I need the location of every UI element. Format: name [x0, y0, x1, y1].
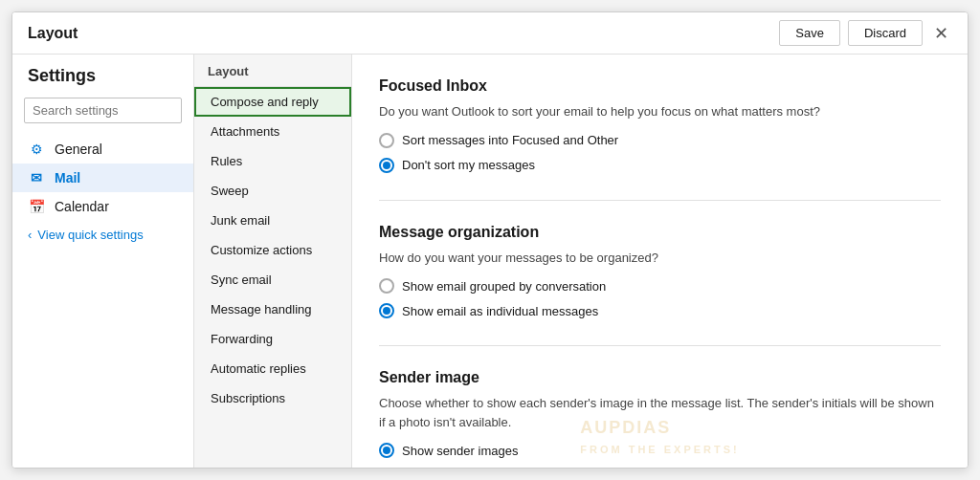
- focused-inbox-desc: Do you want Outlook to sort your email t…: [379, 102, 941, 121]
- section-message-organization: Message organization How do you want you…: [379, 224, 941, 319]
- radio-circle-dont-sort: [379, 158, 394, 173]
- radio-sort-focused[interactable]: Sort messages into Focused and Other: [379, 133, 941, 148]
- radio-label-show-sender: Show sender images: [402, 444, 518, 458]
- radio-circle-show-sender: [379, 443, 394, 458]
- focused-inbox-title: Focused Inbox: [379, 77, 941, 95]
- view-quick-settings-link[interactable]: ‹ View quick settings: [12, 221, 193, 249]
- divider-2: [379, 345, 941, 346]
- mid-nav-item-subscriptions[interactable]: Subscriptions: [194, 383, 351, 413]
- section-focused-inbox: Focused Inbox Do you want Outlook to sor…: [379, 77, 941, 173]
- mid-nav-item-compose-reply[interactable]: Compose and reply: [194, 87, 351, 117]
- window-title: Layout: [28, 25, 78, 42]
- mid-nav-item-sync-email[interactable]: Sync email: [194, 265, 351, 295]
- sender-image-desc: Choose whether to show each sender's ima…: [379, 394, 941, 431]
- sidebar-heading: Settings: [12, 66, 193, 98]
- radio-dont-sort[interactable]: Don't sort my messages: [379, 158, 941, 173]
- message-org-desc: How do you want your messages to be orga…: [379, 249, 941, 268]
- radio-grouped-conversation[interactable]: Show email grouped by conversation: [379, 278, 941, 294]
- sender-image-title: Sender image: [379, 369, 941, 386]
- mid-nav-item-sweep[interactable]: Sweep: [194, 176, 351, 206]
- sidebar-item-label-calendar: Calendar: [55, 199, 109, 214]
- chevron-left-icon: ‹: [28, 228, 32, 242]
- mail-icon: ✉: [28, 170, 45, 185]
- sidebar-item-mail[interactable]: ✉ Mail: [12, 164, 193, 192]
- mid-nav-item-forwarding[interactable]: Forwarding: [194, 324, 351, 354]
- settings-window: Layout Save Discard ✕ Settings ⚙ General…: [11, 11, 969, 469]
- discard-button[interactable]: Discard: [848, 20, 923, 46]
- main-content: Focused Inbox Do you want Outlook to sor…: [352, 55, 968, 468]
- mid-nav-item-automatic-replies[interactable]: Automatic replies: [194, 354, 351, 383]
- message-org-title: Message organization: [379, 224, 941, 241]
- content-area: Settings ⚙ General ✉ Mail 📅 Calendar ‹: [12, 55, 968, 468]
- sidebar-item-label-mail: Mail: [55, 170, 80, 185]
- radio-label-dont-sort: Don't sort my messages: [402, 158, 535, 172]
- radio-circle-individual: [379, 303, 394, 318]
- mid-nav-header: Layout: [194, 55, 351, 87]
- back-label: View quick settings: [37, 228, 143, 242]
- sidebar-item-general[interactable]: ⚙ General: [12, 135, 193, 164]
- sidebar-item-calendar[interactable]: 📅 Calendar: [12, 192, 193, 221]
- mid-nav-item-message-handling[interactable]: Message handling: [194, 295, 351, 324]
- sidebar-item-label-general: General: [55, 142, 102, 157]
- focused-inbox-radio-group: Sort messages into Focused and Other Don…: [379, 133, 941, 173]
- gear-icon: ⚙: [28, 142, 45, 157]
- radio-circle-grouped: [379, 278, 394, 294]
- mid-nav-item-rules[interactable]: Rules: [194, 146, 351, 176]
- sidebar-nav: ⚙ General ✉ Mail 📅 Calendar: [12, 135, 193, 221]
- section-sender-image: Sender image Choose whether to show each…: [379, 369, 941, 468]
- calendar-icon: 📅: [28, 199, 45, 214]
- sidebar: Settings ⚙ General ✉ Mail 📅 Calendar ‹: [12, 55, 194, 468]
- mid-nav-item-attachments[interactable]: Attachments: [194, 117, 351, 146]
- radio-individual-messages[interactable]: Show email as individual messages: [379, 303, 941, 318]
- save-button[interactable]: Save: [779, 20, 840, 46]
- radio-show-sender-images[interactable]: Show sender images: [379, 443, 941, 458]
- message-org-radio-group: Show email grouped by conversation Show …: [379, 278, 941, 318]
- mid-nav-item-junk-email[interactable]: Junk email: [194, 206, 351, 235]
- mid-nav: Layout Compose and reply Attachments Rul…: [194, 55, 352, 468]
- search-input[interactable]: [24, 98, 182, 123]
- close-button[interactable]: ✕: [930, 23, 952, 44]
- radio-label-grouped: Show email grouped by conversation: [402, 279, 606, 294]
- sender-image-radio-group: Show sender images Don't show sender ima…: [379, 443, 941, 468]
- radio-label-sort-focused: Sort messages into Focused and Other: [402, 133, 618, 147]
- divider-1: [379, 200, 941, 201]
- mid-nav-item-customize-actions[interactable]: Customize actions: [194, 235, 351, 265]
- radio-circle-sort-focused: [379, 133, 394, 148]
- titlebar: Layout Save Discard ✕: [12, 12, 968, 55]
- titlebar-actions: Save Discard ✕: [779, 20, 952, 46]
- radio-label-individual: Show email as individual messages: [402, 304, 598, 318]
